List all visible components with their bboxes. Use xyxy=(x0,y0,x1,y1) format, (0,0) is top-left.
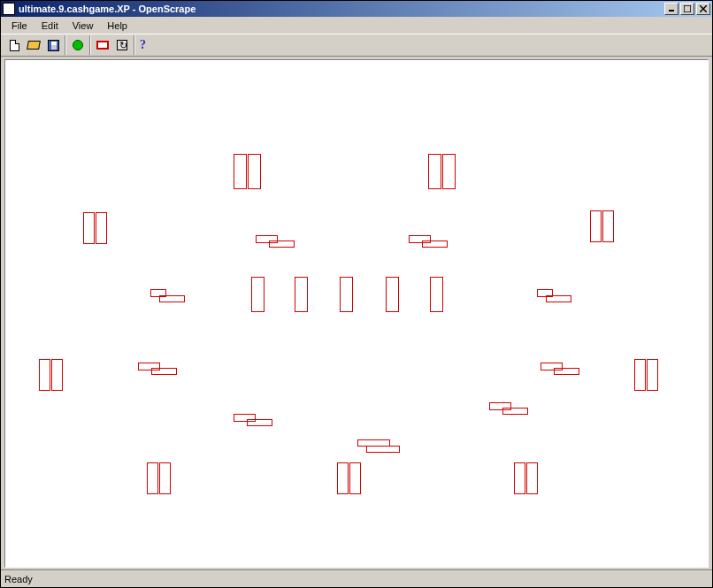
region-p6-card1[interactable] xyxy=(159,462,171,494)
region-bet4-b[interactable] xyxy=(151,368,177,375)
maximize-button[interactable] xyxy=(680,3,694,15)
new-button[interactable] xyxy=(4,35,24,55)
region-bet5-b[interactable] xyxy=(554,368,579,375)
region-bet6-b[interactable] xyxy=(502,408,528,415)
window-title: ultimate.9.cashgame.XP - OpenScrape xyxy=(19,4,664,14)
open-button[interactable] xyxy=(24,35,43,55)
toolbar-separator xyxy=(65,35,66,55)
open-folder-icon xyxy=(27,41,41,50)
region-board4[interactable] xyxy=(430,277,443,312)
region-p7-card0[interactable] xyxy=(337,462,349,494)
region-board2[interactable] xyxy=(340,277,353,312)
region-p4-card0[interactable] xyxy=(39,359,50,391)
toolbar: ? xyxy=(1,34,712,57)
region-p4-card1[interactable] xyxy=(51,359,63,391)
close-button[interactable] xyxy=(696,3,710,15)
menu-file[interactable]: File xyxy=(4,19,34,33)
save-disk-icon xyxy=(48,40,59,51)
maximize-icon xyxy=(684,5,691,12)
region-board3[interactable] xyxy=(386,277,399,312)
region-board0[interactable] xyxy=(251,277,264,312)
region-p6-card0[interactable] xyxy=(147,462,158,494)
region-p0-card1[interactable] xyxy=(248,154,261,189)
menubar: File Edit View Help xyxy=(1,17,712,34)
refresh-icon xyxy=(117,40,127,50)
toolbar-separator xyxy=(89,35,91,55)
svg-rect-1 xyxy=(684,5,691,12)
region-bet2-b[interactable] xyxy=(159,295,185,302)
titlebar[interactable]: ultimate.9.cashgame.XP - OpenScrape xyxy=(1,1,712,17)
app-icon xyxy=(3,3,15,15)
region-p5-card0[interactable] xyxy=(634,359,646,391)
menu-edit[interactable]: Edit xyxy=(34,19,65,33)
region-bet1-b[interactable] xyxy=(422,241,448,248)
region-p8-card1[interactable] xyxy=(526,462,538,494)
close-icon xyxy=(700,5,707,12)
menu-view[interactable]: View xyxy=(65,19,101,33)
new-file-icon xyxy=(10,40,19,51)
green-circle-icon xyxy=(73,40,83,50)
region-bet0-b[interactable] xyxy=(269,241,295,248)
connect-button[interactable] xyxy=(68,35,88,55)
region-p3-card0[interactable] xyxy=(590,210,602,242)
toolbar-separator xyxy=(134,35,135,55)
region-p5-card1[interactable] xyxy=(647,359,658,391)
menu-help[interactable]: Help xyxy=(100,19,134,33)
region-p3-card1[interactable] xyxy=(602,210,614,242)
region-p0-card0[interactable] xyxy=(234,154,247,189)
save-button[interactable] xyxy=(43,35,63,55)
region-pot-b[interactable] xyxy=(366,446,400,453)
region-p1-card0[interactable] xyxy=(428,154,441,189)
region-bet7-b[interactable] xyxy=(247,419,272,426)
canvas-area[interactable] xyxy=(4,59,709,568)
region-bet3-b[interactable] xyxy=(546,295,571,302)
region-rect-icon xyxy=(96,41,109,50)
region-p7-card1[interactable] xyxy=(349,462,361,494)
region-p2-card0[interactable] xyxy=(83,212,95,244)
help-icon: ? xyxy=(140,38,154,52)
region-button[interactable] xyxy=(93,35,112,55)
minimize-icon xyxy=(668,5,675,12)
region-p8-card0[interactable] xyxy=(514,462,525,494)
region-p2-card1[interactable] xyxy=(96,212,107,244)
app-window: ultimate.9.cashgame.XP - OpenScrape File… xyxy=(0,0,713,588)
minimize-button[interactable] xyxy=(664,3,678,15)
window-controls xyxy=(664,3,710,15)
statusbar: Ready xyxy=(1,569,712,587)
region-p1-card1[interactable] xyxy=(442,154,456,189)
refresh-button[interactable] xyxy=(112,35,132,55)
status-text: Ready xyxy=(4,574,33,584)
help-button[interactable]: ? xyxy=(137,35,157,55)
region-board1[interactable] xyxy=(295,277,308,312)
